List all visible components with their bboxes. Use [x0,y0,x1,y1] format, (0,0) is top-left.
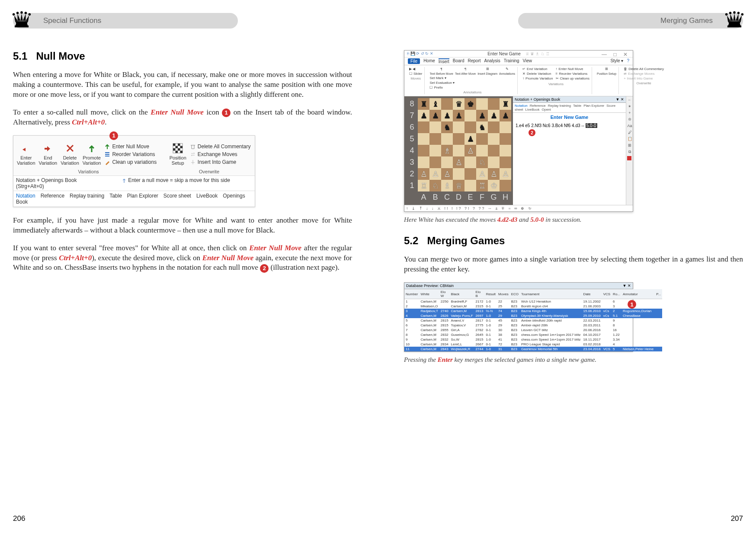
svg-rect-20 [727,26,741,27]
exchange-moves-button[interactable]: Exchange Moves [190,151,251,157]
header-right: Merging Games [518,13,743,29]
window-buttons[interactable]: — □ ✕ [602,51,630,57]
page-number-right: 207 [731,514,743,523]
figure-database-preview: 1 Database Preview: CBMain▼ ✕ NumberWhit… [404,282,633,352]
s51-p2: To enter a so-called null move, click on… [13,108,352,128]
ribbon-toolbar[interactable]: ▶ ◀ ☐ Slider Moves ¶Text Before Move ¶Te… [404,65,633,96]
callout-2-inline: 2 [260,264,269,273]
section-5-1-heading: 5.1Null Move [13,50,352,62]
db-caption: Pressing the Enter key merges the select… [404,355,743,364]
callout-1-inline: 1 [222,108,231,117]
delete-variation-button[interactable]: Delete Variation [61,142,79,167]
table-row[interactable]: 1Carlsen,M2250Brødreift,F21721-022B23Wch… [404,299,662,304]
svg-point-19 [741,13,744,16]
svg-point-15 [725,13,728,16]
section-5-2-heading: 5.2Merging Games [404,235,743,247]
board-caption: Here White has executed the moves 4.d2-d… [404,215,743,224]
s52-p1: You can merge two or more games into a s… [404,255,743,274]
s51-p1: When entering a move for White or Black,… [13,70,352,100]
svg-rect-9 [176,146,178,148]
s51-p4: If you want to enter several "free moves… [13,243,352,273]
table-row[interactable]: 3Radjabov,T2740Carlsen,M2813½-½74B23Bazn… [404,309,662,313]
svg-rect-12 [178,148,180,151]
table-row[interactable]: 4Carlsen,M2826Vallejo Pons,F26971-029B23… [404,313,662,318]
table-row[interactable]: 10Carlsen,M2834Lenič,L26670-172B23PRO Le… [404,342,662,347]
svg-point-0 [13,13,15,16]
end-variation-button[interactable]: End Variation [39,142,58,167]
cleanup-variations-button[interactable]: Clean up variations [104,159,166,165]
svg-point-17 [733,11,736,14]
svg-rect-8 [178,144,180,146]
quick-access-toolbar[interactable]: ⎘ 💾 ⟳ ↺ ↻ ✕ [407,51,433,56]
group-overwrite: Overwrite [164,168,255,175]
table-row[interactable]: 5Carlsen,M2815Anand,V28170-145B23Amber-b… [404,318,662,323]
queen-icon [11,9,32,32]
callout-1-badge: 1 [109,131,118,140]
svg-point-4 [29,13,31,16]
enter-variation-button[interactable]: Enter Variation [17,142,35,167]
callout-2-badge: 2 [529,129,535,136]
reorder-variations-button[interactable]: Reorder Variations [104,151,166,157]
table-row[interactable]: 9Carlsen,M2832So,W28151-041B23chess.com … [404,337,662,342]
figure-toolbar-variations: 1 Enter Variation End Variation Delete V… [13,135,255,207]
enter-null-move-button[interactable]: Enter Null Move [104,144,166,150]
menu-bar[interactable]: File Home Insert Board Report Analysis T… [404,57,633,65]
header-left: Special Functions [13,13,238,29]
chess-board[interactable]: 8♜♝♛♚♜7♟♟♟♟♟♟♟6♞♞5♟4♗♙3♙♘2♙♙♙♙♙♙1♖♘♗♕♖♔A… [404,96,513,205]
promote-variation-button[interactable]: Promote Variation [83,142,101,167]
page-number-left: 206 [13,514,25,523]
notation-sidebar[interactable]: ←✶+♔Aa🖊📋⊞⧉ [626,96,633,205]
svg-point-16 [729,12,732,14]
svg-rect-5 [15,26,29,27]
svg-point-2 [20,11,23,14]
table-row[interactable]: 11Carlsen,M2843Wojtaszek,R27441-031B23Ga… [404,347,662,351]
queen-icon-right [724,9,745,32]
insert-into-game-button[interactable]: Insert Into Game [190,159,251,165]
delete-all-commentary-button[interactable]: Delete All Commentary [190,144,251,150]
svg-rect-11 [173,148,176,151]
svg-point-18 [737,12,740,14]
s51-p3: For example, if you have just made a reg… [13,216,352,236]
table-row[interactable]: 2Mikalsen,OCarlsen,M23150-125B23Borelli … [404,304,662,309]
table-row[interactable]: 6Carlsen,M2815Topalov,V27751-029B23Amber… [404,323,662,328]
table-row[interactable]: 7Carlsen,M2855Giri,A27820-130B23Leuven G… [404,328,662,332]
svg-rect-14 [180,150,183,153]
svg-point-3 [25,12,27,14]
svg-rect-13 [176,150,178,153]
notation-panel: Notation + Openings Book▼ ✕ NotationRefe… [513,96,626,205]
figure-board-window: ⎘ 💾 ⟳ ↺ ↻ ✕ Enter New Game ♕ ♛ ♗ ♘ ♖ — □… [404,50,633,212]
position-setup-button[interactable]: Position Setup [170,142,186,167]
notation-openings-book-header: Notation + Openings Book Enter a null mo… [13,175,255,191]
svg-rect-7 [173,144,176,146]
group-variations: Variations [13,168,164,175]
notation-tabs[interactable]: NotationReferenceReplay trainingTablePla… [13,191,255,207]
svg-point-1 [16,12,19,14]
svg-rect-10 [180,146,183,148]
callout-1-badge-db: 1 [628,300,636,309]
table-row[interactable]: 8Carlsen,M2832Guseinov,G26450-138B23ches… [404,332,662,337]
move-navigation-bar[interactable]: ↑ ⤓ ⤒ ↓ ↓ ⚔ !! ! !? ?! ? ?? ↔ ± ∓ = ∞ ⊕ … [404,205,633,211]
